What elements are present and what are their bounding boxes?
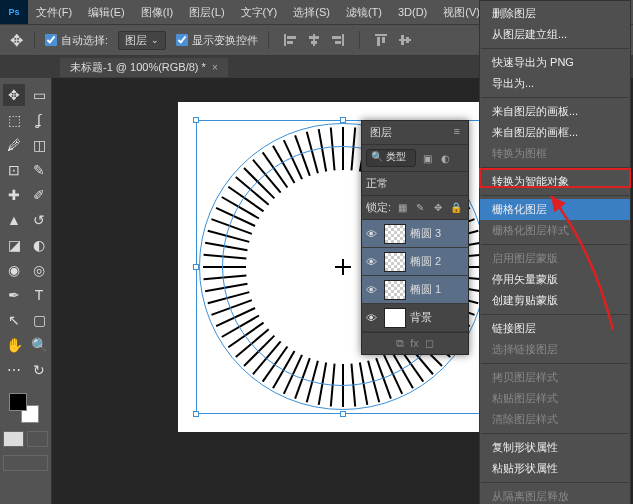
menu-image[interactable]: 图像(I) (133, 0, 181, 24)
pen-tool[interactable]: ✒ (3, 284, 25, 306)
show-transform-checkbox[interactable] (176, 34, 188, 46)
visibility-icon[interactable]: 👁 (366, 312, 380, 324)
handle-bm[interactable] (340, 411, 346, 417)
path-tool[interactable]: ↖ (3, 309, 25, 331)
visibility-icon[interactable]: 👁 (366, 228, 380, 240)
menu-item[interactable]: 导出为... (480, 73, 630, 94)
menu-3d[interactable]: 3D(D) (390, 0, 435, 24)
menu-item[interactable]: 转换为智能对象 (480, 171, 630, 192)
menu-type[interactable]: 文字(Y) (233, 0, 286, 24)
auto-select-dropdown[interactable]: 图层 (118, 31, 166, 50)
handle-tl[interactable] (193, 117, 199, 123)
menu-item[interactable]: 来自图层的画板... (480, 101, 630, 122)
zoom-tool[interactable]: 🔍 (28, 334, 50, 356)
layer-thumb[interactable] (384, 252, 406, 272)
align-right-icon[interactable] (327, 29, 349, 51)
menu-item[interactable]: 从图层建立组... (480, 24, 630, 45)
eraser-tool[interactable]: ◪ (3, 234, 25, 256)
svg-rect-12 (399, 39, 411, 41)
lock-pixels-icon[interactable]: ✎ (413, 201, 427, 215)
svg-rect-14 (406, 37, 409, 43)
stamp-tool[interactable]: ▲ (3, 209, 25, 231)
layer-name: 椭圆 2 (410, 254, 441, 269)
marquee-tool[interactable]: ⬚ (3, 109, 25, 131)
panel-menu-icon[interactable]: ≡ (454, 125, 460, 140)
menu-filter[interactable]: 滤镜(T) (338, 0, 390, 24)
handle-bl[interactable] (193, 411, 199, 417)
separator (359, 31, 360, 49)
quick-mask-mode[interactable] (27, 431, 48, 447)
menu-item[interactable]: 链接图层 (480, 318, 630, 339)
menu-item[interactable]: 快速导出为 PNG (480, 52, 630, 73)
document-tab[interactable]: 未标题-1 @ 100%(RGB/8) * × (60, 58, 228, 77)
filter-type-dropdown[interactable]: 🔍 类型 (366, 149, 416, 167)
lock-all-icon[interactable]: 🔒 (449, 201, 463, 215)
color-swatches[interactable] (9, 393, 39, 423)
menu-item[interactable]: 创建剪贴蒙版 (480, 290, 630, 311)
menu-separator (481, 48, 629, 49)
hand-tool[interactable]: ✋ (3, 334, 25, 356)
menu-item[interactable]: 粘贴形状属性 (480, 458, 630, 479)
auto-select-check[interactable]: 自动选择: (45, 33, 108, 48)
dodge-tool[interactable]: ◎ (28, 259, 50, 281)
menu-layer[interactable]: 图层(L) (181, 0, 232, 24)
blur-tool[interactable]: ◉ (3, 259, 25, 281)
menu-select[interactable]: 选择(S) (285, 0, 338, 24)
layer-thumb[interactable] (384, 308, 406, 328)
filter-adjust-icon[interactable]: ◐ (438, 151, 452, 165)
layer-row[interactable]: 👁 椭圆 1 (362, 276, 468, 304)
frame-tool[interactable]: ⊡ (3, 159, 25, 181)
history-brush-tool[interactable]: ↺ (28, 209, 50, 231)
menu-item[interactable]: 栅格化图层 (480, 199, 630, 220)
blend-mode-dropdown[interactable]: 正常 (362, 172, 468, 196)
menu-item[interactable]: 停用矢量蒙版 (480, 269, 630, 290)
heal-tool[interactable]: ✚ (3, 184, 25, 206)
layer-row[interactable]: 👁 背景 (362, 304, 468, 332)
artboard-tool[interactable]: ▭ (28, 84, 50, 106)
align-middle-icon[interactable] (394, 29, 416, 51)
crop-tool[interactable]: ◫ (28, 134, 50, 156)
link-icon[interactable]: ⧉ (396, 337, 404, 350)
align-top-icon[interactable] (370, 29, 392, 51)
panel-tab[interactable]: 图层 ≡ (362, 121, 468, 145)
menu-item[interactable]: 删除图层 (480, 3, 630, 24)
extra-tool[interactable]: ↻ (28, 359, 50, 381)
gradient-tool[interactable]: ◐ (28, 234, 50, 256)
layer-row[interactable]: 👁 椭圆 3 (362, 220, 468, 248)
lock-transparency-icon[interactable]: ▦ (395, 201, 409, 215)
lasso-tool[interactable]: ʆ (28, 109, 50, 131)
quick-select-tool[interactable]: 🖉 (3, 134, 25, 156)
layer-row[interactable]: 👁 椭圆 2 (362, 248, 468, 276)
menu-edit[interactable]: 编辑(E) (80, 0, 133, 24)
shape-tool[interactable]: ▢ (28, 309, 50, 331)
layer-thumb[interactable] (384, 280, 406, 300)
layer-thumb[interactable] (384, 224, 406, 244)
eyedropper-tool[interactable]: ✎ (28, 159, 50, 181)
toolbox: ✥ ▭ ⬚ ʆ 🖉 ◫ ⊡ ✎ ✚ ✐ ▲ ↺ ◪ ◐ ◉ ◎ ✒ T ↖ ▢ … (0, 78, 52, 504)
show-transform-check[interactable]: 显示变换控件 (176, 33, 258, 48)
screen-mode[interactable] (3, 455, 48, 471)
standard-mode[interactable] (3, 431, 24, 447)
move-tool[interactable]: ✥ (3, 84, 25, 106)
brush-tool[interactable]: ✐ (28, 184, 50, 206)
mask-icon[interactable]: ◻ (425, 337, 434, 350)
foreground-swatch[interactable] (9, 393, 27, 411)
visibility-icon[interactable]: 👁 (366, 256, 380, 268)
auto-select-checkbox[interactable] (45, 34, 57, 46)
visibility-icon[interactable]: 👁 (366, 284, 380, 296)
layer-name: 椭圆 1 (410, 282, 441, 297)
align-center-h-icon[interactable] (303, 29, 325, 51)
menu-item[interactable]: 来自图层的画框... (480, 122, 630, 143)
handle-tm[interactable] (340, 117, 346, 123)
app-logo: Ps (0, 0, 28, 24)
edit-toolbar[interactable]: ⋯ (3, 359, 25, 381)
lock-position-icon[interactable]: ✥ (431, 201, 445, 215)
filter-image-icon[interactable]: ▣ (420, 151, 434, 165)
handle-ml[interactable] (193, 264, 199, 270)
align-left-icon[interactable] (279, 29, 301, 51)
type-tool[interactable]: T (28, 284, 50, 306)
close-tab-icon[interactable]: × (212, 62, 218, 73)
menu-item[interactable]: 复制形状属性 (480, 437, 630, 458)
menu-file[interactable]: 文件(F) (28, 0, 80, 24)
fx-icon[interactable]: fx (410, 337, 419, 350)
